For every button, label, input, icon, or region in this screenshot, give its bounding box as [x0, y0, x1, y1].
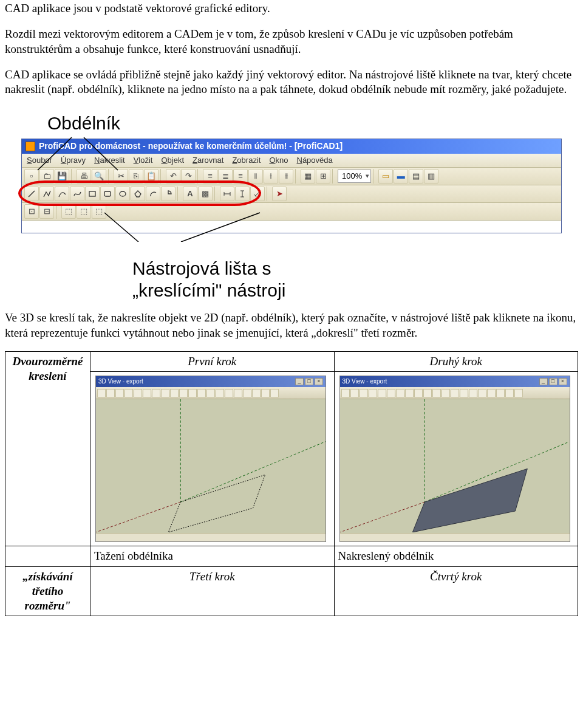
align-middle-icon[interactable]: ⫲: [264, 169, 278, 184]
close-icon[interactable]: ×: [315, 378, 323, 385]
tb-icon[interactable]: [360, 389, 368, 397]
app3d-viewport[interactable]: [340, 399, 570, 533]
tb-icon[interactable]: [487, 389, 496, 397]
tb-icon[interactable]: [378, 389, 386, 397]
tb-icon[interactable]: [423, 389, 432, 397]
tb-icon[interactable]: [496, 389, 505, 397]
tb-icon[interactable]: [414, 389, 423, 397]
tb-icon[interactable]: [460, 389, 468, 397]
redo-icon[interactable]: ↷: [181, 169, 196, 184]
menu-zarovnat[interactable]: Zarovnat: [193, 156, 223, 166]
grid-icon[interactable]: ▦: [301, 169, 315, 184]
tb-icon[interactable]: [143, 389, 151, 397]
undo-icon[interactable]: ↶: [166, 169, 180, 184]
tb-icon[interactable]: [252, 389, 261, 397]
extra2-icon[interactable]: ⊟: [39, 204, 54, 219]
tb-icon[interactable]: [97, 389, 106, 397]
extra5-icon[interactable]: ⬚: [92, 204, 106, 219]
tb-icon[interactable]: [124, 389, 133, 397]
tb-icon[interactable]: [106, 389, 115, 397]
tb-icon[interactable]: [270, 389, 279, 397]
close-icon[interactable]: ×: [559, 378, 567, 385]
image-tool-icon[interactable]: ▩: [198, 187, 213, 201]
panel2-icon[interactable]: ▥: [424, 169, 438, 184]
vdim-tool-icon[interactable]: [235, 187, 250, 201]
tb-icon[interactable]: [350, 389, 359, 397]
polygon-tool-icon[interactable]: [131, 187, 145, 201]
extra1-icon[interactable]: ⊡: [24, 204, 39, 219]
tb-icon[interactable]: [188, 389, 197, 397]
menu-zobrazit[interactable]: Zobrazit: [232, 156, 261, 166]
tb-icon[interactable]: [134, 389, 142, 397]
extra3-icon[interactable]: ⬚: [61, 204, 76, 219]
copy-icon[interactable]: ⎘: [129, 169, 143, 184]
menu-soubor[interactable]: Soubor: [27, 156, 52, 166]
zoom-combo[interactable]: 100%: [338, 170, 371, 183]
tb-icon[interactable]: [225, 389, 233, 397]
tb-icon[interactable]: [432, 389, 441, 397]
tb-icon[interactable]: [451, 389, 459, 397]
save-icon[interactable]: 💾: [55, 169, 69, 184]
panel-icon[interactable]: ▤: [409, 169, 423, 184]
rectangle-tool-icon[interactable]: [85, 187, 100, 201]
tb-icon[interactable]: [115, 389, 124, 397]
tb-icon[interactable]: [505, 389, 514, 397]
cut-icon[interactable]: ✂: [114, 169, 128, 184]
menu-okno[interactable]: Okno: [269, 156, 288, 166]
print-icon[interactable]: 🖶: [77, 169, 91, 184]
minimize-icon[interactable]: _: [539, 378, 548, 385]
tb-icon[interactable]: [469, 389, 477, 397]
rounded-rect-tool-icon[interactable]: [100, 187, 115, 201]
align-top-icon[interactable]: ⫴: [248, 169, 263, 184]
extra4-icon[interactable]: ⬚: [77, 204, 91, 219]
tb-icon[interactable]: [341, 389, 350, 397]
menu-napoveda[interactable]: Nápověda: [296, 156, 332, 166]
tb-icon[interactable]: [387, 389, 395, 397]
prop-icon[interactable]: ▬: [394, 169, 408, 184]
app3d-viewport[interactable]: [96, 399, 326, 533]
new-icon[interactable]: ▫: [24, 169, 39, 184]
menu-objekt[interactable]: Objekt: [161, 156, 184, 166]
snap-icon[interactable]: ⊞: [316, 169, 330, 184]
tb-icon[interactable]: [206, 389, 215, 397]
maximize-icon[interactable]: □: [305, 378, 313, 385]
tb-icon[interactable]: [170, 389, 179, 397]
ellipse-tool-icon[interactable]: [115, 187, 130, 201]
tb-icon[interactable]: [234, 389, 242, 397]
menu-vlozit[interactable]: Vložit: [134, 156, 153, 166]
tb-icon[interactable]: [152, 389, 160, 397]
arc-tool-icon[interactable]: [55, 187, 69, 201]
tb-icon[interactable]: [514, 389, 523, 397]
tb-icon[interactable]: [261, 389, 270, 397]
tb-icon[interactable]: [161, 389, 169, 397]
tb-icon[interactable]: [396, 389, 404, 397]
align-right-icon[interactable]: ≡: [233, 169, 248, 184]
tb-icon[interactable]: [369, 389, 377, 397]
align-bottom-icon[interactable]: ⫵: [279, 169, 293, 184]
open-icon[interactable]: 🗀: [39, 169, 54, 184]
tb-icon[interactable]: [243, 389, 251, 397]
tb-icon[interactable]: [405, 389, 414, 397]
hdim-tool-icon[interactable]: [220, 187, 234, 201]
paste-icon[interactable]: 📋: [144, 169, 159, 184]
arc2-tool-icon[interactable]: [146, 187, 160, 201]
proficad-canvas[interactable]: [22, 221, 561, 233]
text-tool-icon[interactable]: A: [183, 187, 197, 201]
pie-tool-icon[interactable]: [161, 187, 176, 201]
minimize-icon[interactable]: _: [295, 378, 304, 385]
ddim-tool-icon[interactable]: [250, 187, 265, 201]
tb-icon[interactable]: [197, 389, 206, 397]
menu-upravy[interactable]: Úpravy: [61, 156, 86, 166]
preview-icon[interactable]: 🔍: [92, 169, 106, 184]
menu-nakreslit[interactable]: Nakreslit: [94, 156, 125, 166]
align-center-icon[interactable]: ≣: [218, 169, 233, 184]
maximize-icon[interactable]: □: [549, 378, 557, 385]
tb-icon[interactable]: [478, 389, 486, 397]
curve-tool-icon[interactable]: [70, 187, 84, 201]
line-tool-icon[interactable]: [24, 187, 39, 201]
tb-icon[interactable]: [179, 389, 188, 397]
layer-icon[interactable]: ▭: [378, 169, 393, 184]
align-left-icon[interactable]: ≡: [203, 169, 217, 184]
tb-icon[interactable]: [216, 389, 224, 397]
polyline-tool-icon[interactable]: [39, 187, 54, 201]
